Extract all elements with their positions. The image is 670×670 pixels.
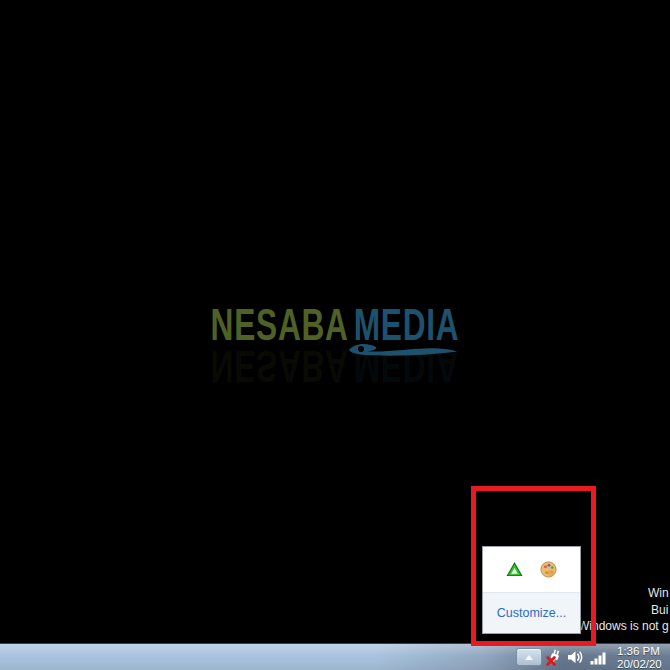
taskbar: 1:36 PM 20/02/20 [0, 643, 670, 670]
watermark-line-1: Win [648, 586, 669, 600]
desktop: NESABA MEDIA NESABA MEDIA Win Bui Window… [0, 0, 670, 670]
watermark-line-2: Bui [651, 603, 668, 617]
up-chevron-icon [525, 655, 533, 660]
logo-text-media: MEDIA [354, 303, 460, 347]
clock-time: 1:36 PM [617, 645, 662, 658]
logo-text-nesaba: NESABA [211, 303, 349, 347]
volume-icon[interactable] [567, 650, 585, 665]
taskbar-clock[interactable]: 1:36 PM 20/02/20 [617, 645, 662, 670]
logo-wave-swoosh-icon [347, 342, 459, 358]
plug-disconnected-icon[interactable] [545, 647, 564, 667]
clock-date: 20/02/20 [617, 658, 662, 670]
annotation-highlight-box [471, 486, 596, 646]
show-hidden-icons-button[interactable] [516, 648, 542, 666]
nesabamedia-logo: NESABA MEDIA [211, 303, 460, 347]
network-signal-icon[interactable] [590, 651, 607, 665]
